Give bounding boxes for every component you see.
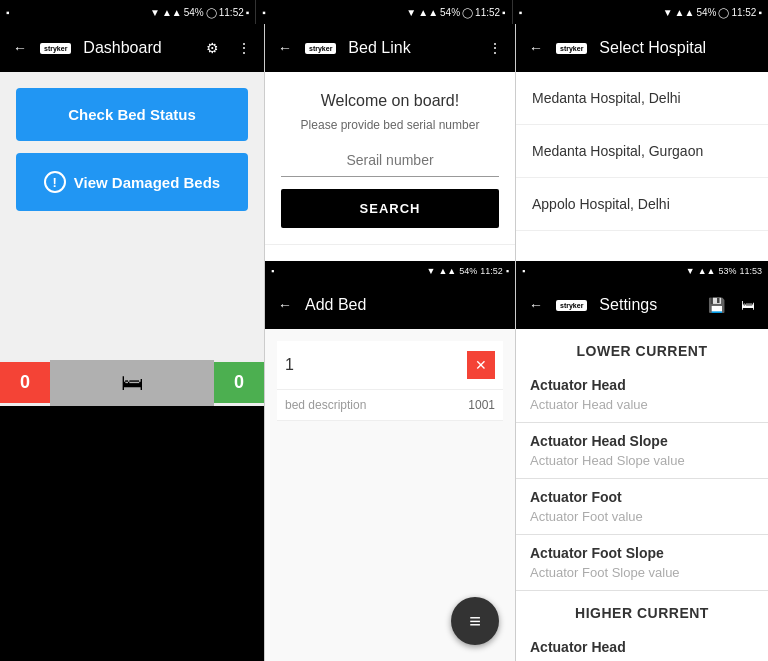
bed-row-number: 1 bbox=[285, 356, 294, 374]
add-bed-panel: ▪ ▼ ▲▲ 54% 11:52 ▪ ← Add Bed 1 ✕ bbox=[265, 261, 515, 661]
actuator-head-value[interactable]: Actuator Head value bbox=[516, 395, 768, 423]
serial-number-input[interactable] bbox=[281, 144, 499, 177]
search-button[interactable]: SEARCH bbox=[281, 189, 499, 228]
save-icon-settings[interactable]: 💾 bbox=[704, 293, 728, 317]
gear-icon-dashboard[interactable]: ⚙ bbox=[200, 36, 224, 60]
dashboard-black-area bbox=[0, 406, 264, 662]
circle-icon-2: ◯ bbox=[462, 7, 473, 18]
view-damaged-button[interactable]: ! View Damaged Beds bbox=[16, 153, 248, 211]
dashboard-content: Check Bed Status ! View Damaged Beds bbox=[0, 72, 264, 360]
addbed-status-right: ▼ ▲▲ 54% 11:52 ▪ bbox=[427, 266, 510, 276]
settings-status-bar: ▪ ▼ ▲▲ 53% 11:53 bbox=[516, 261, 768, 281]
status-right-2: ▼ ▲▲ 54% ◯ 11:52 ▪ bbox=[406, 7, 505, 18]
back-button-dashboard[interactable]: ← bbox=[8, 36, 32, 60]
settings-field-higher-actuator-head: Actuator Head Actuator Head value bbox=[516, 629, 768, 661]
status-bar: ▪ ▼ ▲▲ 54% ◯ 11:52 ▪ ▪ ▼ ▲▲ 54% ◯ 11:52 … bbox=[0, 0, 768, 24]
bedlink-welcome: Welcome on board! Please provide bed ser… bbox=[265, 72, 515, 245]
higher-actuator-head-value[interactable]: Actuator Head value bbox=[516, 657, 768, 661]
welcome-subtitle: Please provide bed serial number bbox=[281, 118, 499, 132]
bedlink-title: Bed Link bbox=[348, 39, 475, 57]
bed-description-value: 1001 bbox=[468, 398, 495, 412]
settings-status-right: ▼ ▲▲ 53% 11:53 bbox=[686, 266, 762, 276]
circle-icon-3: ◯ bbox=[718, 7, 729, 18]
battery-2: 54% bbox=[440, 7, 460, 18]
stryker-logo-bedlink: stryker bbox=[305, 43, 336, 54]
list-item[interactable]: Medanta Hospital, Delhi bbox=[516, 72, 768, 125]
settings-field-actuator-head: Actuator Head Actuator Head value bbox=[516, 367, 768, 423]
addbed-wifi: ▼ bbox=[427, 266, 436, 276]
back-button-settings[interactable]: ← bbox=[524, 293, 548, 317]
panel-hospital: ← stryker Select Hospital Medanta Hospit… bbox=[516, 24, 768, 661]
status-icon-3: ▪ bbox=[519, 7, 523, 18]
settings-status-icon: ▪ bbox=[522, 266, 525, 276]
settings-wifi: ▼ bbox=[686, 266, 695, 276]
list-item[interactable]: Appolo Hospital, Delhi bbox=[516, 178, 768, 231]
actuator-foot-value[interactable]: Actuator Foot value bbox=[516, 507, 768, 535]
menu-icon-bedlink[interactable]: ⋮ bbox=[483, 36, 507, 60]
status-right-3: ▼ ▲▲ 54% ◯ 11:52 ▪ bbox=[663, 7, 762, 18]
status-right-1: ▼ ▲▲ 54% ◯ 11:52 ▪ bbox=[150, 7, 249, 18]
bedlink-toolbar: ← stryker Bed Link ⋮ bbox=[265, 24, 515, 72]
settings-field-actuator-foot: Actuator Foot Actuator Foot value bbox=[516, 479, 768, 535]
time-1: 11:52 bbox=[219, 7, 244, 18]
main-container: ← stryker Dashboard ⚙ ⋮ Check Bed Status… bbox=[0, 24, 768, 661]
welcome-title: Welcome on board! bbox=[281, 92, 499, 110]
battery-1: 54% bbox=[184, 7, 204, 18]
actuator-foot-label: Actuator Foot bbox=[516, 479, 768, 507]
hospital-toolbar: ← stryker Select Hospital bbox=[516, 24, 768, 72]
damaged-bed-count: 0 bbox=[0, 362, 50, 403]
status-bar-3: ▪ ▼ ▲▲ 54% ◯ 11:52 ▪ bbox=[513, 0, 768, 24]
signal-icon-2: ▲▲ bbox=[418, 7, 438, 18]
fab-add-button[interactable]: ≡ bbox=[451, 597, 499, 645]
back-button-hospital[interactable]: ← bbox=[524, 36, 548, 60]
actuator-head-slope-value[interactable]: Actuator Head Slope value bbox=[516, 451, 768, 479]
list-item[interactable]: Medanta Hospital, Gurgaon bbox=[516, 125, 768, 178]
stryker-logo-hospital: stryker bbox=[556, 43, 587, 54]
settings-content: LOWER CURRENT Actuator Head Actuator Hea… bbox=[516, 329, 768, 661]
back-button-addbed[interactable]: ← bbox=[273, 293, 297, 317]
bed-add-icon-settings[interactable]: 🛏 bbox=[736, 293, 760, 317]
settings-toolbar: ← stryker Settings 💾 🛏 bbox=[516, 281, 768, 329]
addbed-time: 11:52 bbox=[480, 266, 503, 276]
status-bar-1: ▪ ▼ ▲▲ 54% ◯ 11:52 ▪ bbox=[0, 0, 256, 24]
available-bed-count: 0 bbox=[214, 362, 264, 403]
status-bar-2: ▪ ▼ ▲▲ 54% ◯ 11:52 ▪ bbox=[256, 0, 512, 24]
circle-icon-1: ◯ bbox=[206, 7, 217, 18]
photo-icon-1: ▪ bbox=[246, 7, 250, 18]
stryker-logo-settings: stryker bbox=[556, 300, 587, 311]
check-bed-button[interactable]: Check Bed Status bbox=[16, 88, 248, 141]
addbed-toolbar: ← Add Bed bbox=[265, 281, 515, 329]
table-row: 1 ✕ bbox=[277, 341, 503, 390]
higher-current-header: HIGHER CURRENT bbox=[516, 591, 768, 629]
battery-3: 54% bbox=[696, 7, 716, 18]
addbed-signal: ▲▲ bbox=[438, 266, 456, 276]
photo-icon-3: ▪ bbox=[758, 7, 762, 18]
status-icon-1: ▪ bbox=[6, 7, 10, 18]
delete-bed-button[interactable]: ✕ bbox=[467, 351, 495, 379]
higher-actuator-head-label: Actuator Head bbox=[516, 629, 768, 657]
wifi-icon-2: ▼ bbox=[406, 7, 416, 18]
actuator-foot-slope-value[interactable]: Actuator Foot Slope value bbox=[516, 563, 768, 591]
settings-title: Settings bbox=[599, 296, 696, 314]
status-icon-2: ▪ bbox=[262, 7, 266, 18]
panel-dashboard: ← stryker Dashboard ⚙ ⋮ Check Bed Status… bbox=[0, 24, 264, 661]
signal-icon-1: ▲▲ bbox=[162, 7, 182, 18]
bed-icon: 🛏 bbox=[121, 370, 143, 396]
settings-field-actuator-head-slope: Actuator Head Slope Actuator Head Slope … bbox=[516, 423, 768, 479]
addbed-battery: 54% bbox=[459, 266, 477, 276]
settings-panel: ▪ ▼ ▲▲ 53% 11:53 ← stryker Settings 💾 🛏 bbox=[516, 261, 768, 661]
bed-description-label: bed description bbox=[285, 398, 366, 412]
settings-battery: 53% bbox=[718, 266, 736, 276]
settings-toolbar-icons: 💾 🛏 bbox=[704, 293, 760, 317]
photo-icon-2: ▪ bbox=[502, 7, 506, 18]
bed-icon-area: 🛏 bbox=[50, 360, 214, 406]
lower-current-header: LOWER CURRENT bbox=[516, 329, 768, 367]
dashboard-toolbar: ← stryker Dashboard ⚙ ⋮ bbox=[0, 24, 264, 72]
back-button-bedlink[interactable]: ← bbox=[273, 36, 297, 60]
time-3: 11:52 bbox=[731, 7, 756, 18]
actuator-head-slope-label: Actuator Head Slope bbox=[516, 423, 768, 451]
settings-signal: ▲▲ bbox=[698, 266, 716, 276]
menu-icon-dashboard[interactable]: ⋮ bbox=[232, 36, 256, 60]
signal-icon-3: ▲▲ bbox=[675, 7, 695, 18]
actuator-foot-slope-label: Actuator Foot Slope bbox=[516, 535, 768, 563]
